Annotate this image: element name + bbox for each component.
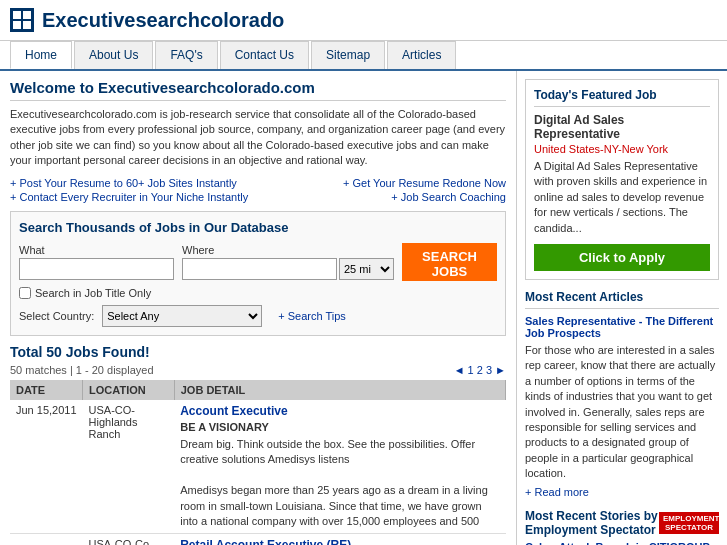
- site-logo: Executivesearchcolorado: [10, 8, 284, 32]
- articles-title: Most Recent Articles: [525, 290, 719, 309]
- where-label: Where: [182, 244, 394, 256]
- row-date: [10, 534, 83, 545]
- row-location: USA-CO-Co...: [83, 534, 175, 545]
- spectator-article-link[interactable]: Cyber Attack Breach in CITIGROUP Bank: [525, 541, 719, 545]
- featured-job-title: Digital Ad Sales Representative: [534, 113, 710, 141]
- welcome-section: Welcome to Executivesearchcolorado.com E…: [10, 79, 506, 203]
- svg-rect-0: [13, 11, 21, 19]
- results-meta-row: 50 matches | 1 - 20 displayed ◄ 1 2 3 ►: [10, 364, 506, 376]
- svg-rect-2: [13, 21, 21, 29]
- where-field-group: Where 25 mi 5 mi 10 mi 50 mi 100 mi: [182, 244, 394, 280]
- title-only-checkbox-row: Search in Job Title Only: [19, 287, 497, 299]
- featured-location: United States-NY-New York: [534, 143, 710, 155]
- title-only-label: Search in Job Title Only: [35, 287, 151, 299]
- nav-articles[interactable]: Articles: [387, 41, 456, 69]
- spectator-title: Most Recent Stories by Employment Specta…: [525, 509, 659, 537]
- apply-button[interactable]: Click to Apply: [534, 244, 710, 271]
- welcome-links: Post Your Resume to 60+ Job Sites Instan…: [10, 177, 506, 203]
- nav-home[interactable]: Home: [10, 41, 72, 69]
- table-row: USA-CO-Co... Retail Account Executive (R…: [10, 534, 506, 545]
- job-title-link[interactable]: Account Executive: [180, 404, 287, 418]
- search-inputs-row: What Where 25 mi 5 mi 10 mi 50 mi 100 mi: [19, 243, 497, 281]
- results-table: DATE LOCATION JOB DETAIL Jun 15,2011 USA…: [10, 380, 506, 545]
- link-recruiter[interactable]: Contact Every Recruiter in Your Niche In…: [10, 191, 248, 203]
- title-only-checkbox[interactable]: [19, 287, 31, 299]
- search-title: Search Thousands of Jobs in Our Database: [19, 220, 497, 235]
- site-header: Executivesearchcolorado: [0, 0, 727, 41]
- link-resume-redo[interactable]: Get Your Resume Redone Now: [343, 177, 506, 189]
- country-select[interactable]: Select Any: [102, 305, 262, 327]
- pagination[interactable]: ◄ 1 2 3 ►: [454, 364, 506, 376]
- country-label: Select Country:: [19, 310, 94, 322]
- job-title-link[interactable]: Retail Account Executive (RE): [180, 538, 351, 545]
- col-date: DATE: [10, 380, 83, 400]
- spectator-logo: EMPLOYMENT SPECTATOR: [659, 512, 719, 534]
- featured-section-title: Today's Featured Job: [534, 88, 710, 107]
- job-description: Dream big. Think outside the box. See th…: [180, 437, 499, 529]
- main-nav: Home About Us FAQ's Contact Us Sitemap A…: [0, 41, 727, 71]
- what-field-group: What: [19, 244, 174, 280]
- distance-select[interactable]: 25 mi 5 mi 10 mi 50 mi 100 mi: [339, 258, 394, 280]
- search-button-group: SEARCH JOBS: [402, 243, 497, 281]
- welcome-title: Welcome to Executivesearchcolorado.com: [10, 79, 506, 101]
- nav-faq[interactable]: FAQ's: [155, 41, 217, 69]
- spectator-box: Most Recent Stories by Employment Specta…: [525, 509, 719, 545]
- row-location: USA-CO-Highlands Ranch: [83, 400, 175, 534]
- what-label: What: [19, 244, 174, 256]
- spectator-header: Most Recent Stories by Employment Specta…: [525, 509, 719, 537]
- links-right: Get Your Resume Redone Now Job Search Co…: [343, 177, 506, 203]
- search-section: Search Thousands of Jobs in Our Database…: [10, 211, 506, 336]
- left-column: Welcome to Executivesearchcolorado.com E…: [0, 71, 517, 545]
- row-date: Jun 15,2011: [10, 400, 83, 534]
- col-location: LOCATION: [83, 380, 175, 400]
- main-content: Welcome to Executivesearchcolorado.com E…: [0, 71, 727, 545]
- nav-about[interactable]: About Us: [74, 41, 153, 69]
- featured-job-box: Today's Featured Job Digital Ad Sales Re…: [525, 79, 719, 280]
- table-header-row: DATE LOCATION JOB DETAIL: [10, 380, 506, 400]
- article-description: For those who are interested in a sales …: [525, 343, 719, 482]
- svg-rect-1: [23, 11, 31, 19]
- links-left: Post Your Resume to 60+ Job Sites Instan…: [10, 177, 248, 203]
- search-tips-link[interactable]: + Search Tips: [278, 310, 346, 322]
- site-title: Executivesearchcolorado: [42, 9, 284, 32]
- results-total: Total 50 Jobs Found!: [10, 344, 506, 360]
- row-detail: Account Executive BE A VISIONARY Dream b…: [174, 400, 505, 534]
- link-resume-post[interactable]: Post Your Resume to 60+ Job Sites Instan…: [10, 177, 248, 189]
- read-more-link[interactable]: + Read more: [525, 486, 589, 498]
- welcome-body: Executivesearchcolorado.com is job-resea…: [10, 107, 506, 169]
- featured-description: A Digital Ad Sales Representative with p…: [534, 159, 710, 236]
- article-link[interactable]: Sales Representative - The Different Job…: [525, 315, 719, 339]
- nav-sitemap[interactable]: Sitemap: [311, 41, 385, 69]
- articles-box: Most Recent Articles Sales Representativ…: [525, 290, 719, 500]
- logo-icon: [10, 8, 34, 32]
- where-input[interactable]: [182, 258, 337, 280]
- country-row: Select Country: Select Any + Search Tips: [19, 305, 497, 327]
- what-input[interactable]: [19, 258, 174, 280]
- svg-rect-3: [23, 21, 31, 29]
- right-column: Today's Featured Job Digital Ad Sales Re…: [517, 71, 727, 545]
- results-section: Total 50 Jobs Found! 50 matches | 1 - 20…: [10, 344, 506, 545]
- results-count: 50 matches | 1 - 20 displayed: [10, 364, 154, 376]
- row-detail: Retail Account Executive (RE): [174, 534, 505, 545]
- table-row: Jun 15,2011 USA-CO-Highlands Ranch Accou…: [10, 400, 506, 534]
- nav-contact[interactable]: Contact Us: [220, 41, 309, 69]
- col-detail: JOB DETAIL: [174, 380, 505, 400]
- link-coaching[interactable]: Job Search Coaching: [343, 191, 506, 203]
- search-button[interactable]: SEARCH JOBS: [402, 243, 497, 281]
- job-company: BE A VISIONARY: [180, 420, 499, 435]
